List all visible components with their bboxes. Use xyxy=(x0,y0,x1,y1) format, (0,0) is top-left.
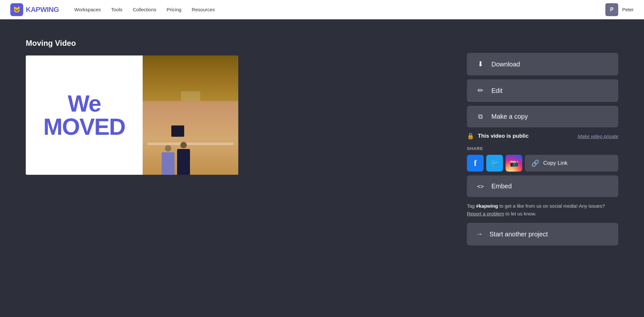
embed-button[interactable]: <> Embed xyxy=(467,175,618,197)
nav-tools[interactable]: Tools xyxy=(111,7,122,12)
video-preview: WeMOVED xyxy=(26,55,238,175)
twitter-icon: 🐦 xyxy=(490,159,499,167)
logo-text: KAPWING xyxy=(26,5,59,14)
nav-collections[interactable]: Collections xyxy=(133,7,156,12)
make-copy-label: Make a copy xyxy=(491,113,528,120)
copy-link-button[interactable]: 🔗 Copy Link xyxy=(525,155,618,172)
avatar[interactable]: P xyxy=(605,3,618,16)
nav-resources[interactable]: Resources xyxy=(192,7,215,12)
navbar-right: P Peter xyxy=(605,3,634,16)
start-project-button[interactable]: → Start another project xyxy=(467,223,618,245)
we-moved-text: WeMOVED xyxy=(43,92,125,138)
video-left-panel: WeMOVED xyxy=(26,55,143,175)
user-name: Peter xyxy=(622,7,634,12)
video-right-panel xyxy=(143,55,238,175)
edit-label: Edit xyxy=(491,87,502,94)
main-nav: Workspaces Tools Collections Pricing Res… xyxy=(74,7,605,12)
start-project-label: Start another project xyxy=(489,231,548,238)
instagram-button[interactable]: 📷 xyxy=(506,155,522,172)
arrow-right-icon: → xyxy=(476,230,483,238)
make-copy-button[interactable]: ⧉ Make a copy xyxy=(467,106,618,127)
copy-icon: ⧉ xyxy=(476,113,485,120)
tag-hashtag: #kapwing xyxy=(476,203,498,209)
tag-before: Tag xyxy=(467,203,476,209)
page-content: Moving Video WeMOVED xyxy=(0,19,644,265)
tag-text: Tag #kapwing to get a like from us on so… xyxy=(467,201,618,219)
right-section: ⬇ Download ✏ Edit ⧉ Make a copy 🔒 This v… xyxy=(467,39,618,245)
lock-icon: 🔒 xyxy=(467,133,474,140)
copy-link-label: Copy Link xyxy=(543,160,568,166)
navbar: 🐱 KAPWING Workspaces Tools Collections P… xyxy=(0,0,644,19)
nav-workspaces[interactable]: Workspaces xyxy=(74,7,101,12)
link-icon: 🔗 xyxy=(531,159,539,167)
tag-end: to let us know. xyxy=(506,211,536,216)
share-label: SHARE xyxy=(467,146,618,151)
report-problem-link[interactable]: Report a problem xyxy=(467,211,504,216)
embed-label: Embed xyxy=(491,183,512,190)
make-private-link[interactable]: Make video private xyxy=(578,134,618,139)
share-section: SHARE f 🐦 📷 🔗 Copy Link xyxy=(467,145,618,172)
privacy-row: 🔒 This video is public Make video privat… xyxy=(467,131,618,141)
download-label: Download xyxy=(491,61,520,68)
facebook-button[interactable]: f xyxy=(467,155,484,172)
left-section: Moving Video WeMOVED xyxy=(26,39,441,175)
instagram-icon: 📷 xyxy=(510,159,518,167)
download-icon: ⬇ xyxy=(476,60,485,68)
logo-icon: 🐱 xyxy=(10,3,23,16)
logo-link[interactable]: 🐱 KAPWING xyxy=(10,3,59,16)
twitter-button[interactable]: 🐦 xyxy=(486,155,503,172)
privacy-label: This video is public xyxy=(478,133,529,139)
share-row: f 🐦 📷 🔗 Copy Link xyxy=(467,155,618,172)
embed-icon: <> xyxy=(476,183,485,190)
facebook-icon: f xyxy=(474,158,477,168)
nav-pricing[interactable]: Pricing xyxy=(167,7,182,12)
tag-after: to get a like from us on social media! A… xyxy=(498,203,605,209)
download-button[interactable]: ⬇ Download xyxy=(467,53,618,75)
edit-button[interactable]: ✏ Edit xyxy=(467,79,618,102)
page-title: Moving Video xyxy=(26,39,441,48)
edit-icon: ✏ xyxy=(476,86,485,95)
